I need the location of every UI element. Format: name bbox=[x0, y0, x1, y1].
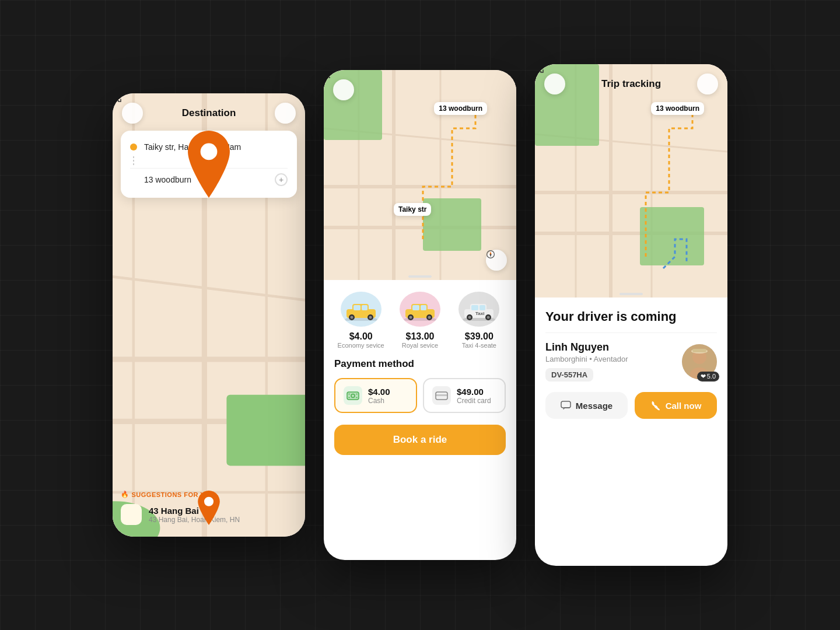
svg-rect-47 bbox=[480, 305, 485, 310]
expand-button-1[interactable] bbox=[275, 103, 296, 124]
svg-point-11 bbox=[204, 497, 214, 506]
map-area-2: 13 woodburn Taiky str bbox=[324, 70, 516, 280]
phone-2: 13 woodburn Taiky str bbox=[324, 70, 516, 560]
svg-point-31 bbox=[350, 316, 353, 319]
back-button-1[interactable] bbox=[122, 103, 143, 124]
action-buttons: Message Call now bbox=[545, 392, 717, 419]
ride-option-royal[interactable]: $13.00 Royal sevice bbox=[393, 292, 446, 349]
phone-3: Trip tracking 13 woodburn bbox=[535, 64, 727, 566]
svg-line-5 bbox=[113, 271, 305, 306]
location-card: Taiky str, Ha Noi, Viet Nam 13 woodburn … bbox=[121, 131, 297, 198]
driver-section: Your driver is coming Linh Nguyen Lambor… bbox=[535, 298, 727, 433]
pay-option-cash[interactable]: $4.00 Cash bbox=[334, 378, 417, 413]
driver-coming-title: Your driver is coming bbox=[545, 309, 717, 324]
driver-details: Linh Nguyen Lamborghini • Aventador DV-5… bbox=[545, 341, 628, 382]
svg-rect-38 bbox=[421, 305, 426, 310]
back-button-2[interactable] bbox=[333, 79, 354, 100]
bottom-sheet-2: $4.00 Economy sevice bbox=[324, 280, 516, 467]
svg-point-51 bbox=[487, 316, 490, 319]
svg-rect-57 bbox=[436, 394, 447, 396]
svg-point-49 bbox=[468, 316, 471, 319]
plate-number: DV-557HA bbox=[545, 368, 593, 382]
svg-rect-7 bbox=[226, 395, 305, 466]
map-label-to-3: 13 woodburn bbox=[651, 102, 704, 115]
expand-button-3[interactable] bbox=[697, 74, 718, 94]
driver-name: Linh Nguyen bbox=[545, 341, 628, 354]
cash-icon bbox=[344, 386, 362, 405]
driver-car: Lamborghini • Aventador bbox=[545, 355, 628, 363]
suggestion-icon bbox=[121, 504, 142, 525]
ride-option-economy[interactable]: $4.00 Economy sevice bbox=[334, 292, 387, 349]
royal-img bbox=[400, 292, 440, 327]
cash-info: $4.00 Cash bbox=[368, 387, 390, 405]
to-dot bbox=[130, 176, 137, 183]
map-area-3: Trip tracking 13 woodburn bbox=[535, 64, 727, 298]
sheet-handle-3 bbox=[620, 293, 643, 295]
sheet-handle-2 bbox=[408, 275, 432, 278]
compass-btn[interactable] bbox=[486, 250, 507, 271]
card-icon bbox=[432, 386, 451, 405]
taxi-img: Taxi bbox=[459, 292, 499, 327]
svg-point-9 bbox=[201, 144, 218, 160]
to-row[interactable]: 13 woodburn + bbox=[130, 170, 288, 190]
svg-point-42 bbox=[428, 316, 430, 319]
message-label: Message bbox=[576, 401, 612, 411]
svg-rect-28 bbox=[354, 305, 360, 310]
suggestion-item[interactable]: 43 Hang Bai 43 Hang Bai, Hoan Kiem, HN bbox=[121, 504, 297, 525]
back-button-3[interactable] bbox=[544, 74, 565, 94]
rating-badge: ❤ 5.0 bbox=[697, 372, 719, 382]
svg-rect-29 bbox=[362, 305, 368, 310]
map-label-from-2: Taiky str bbox=[394, 203, 431, 216]
svg-rect-84 bbox=[561, 401, 570, 408]
card-info: $49.00 Credit card bbox=[457, 387, 491, 405]
header-title-1: Destination bbox=[182, 107, 236, 119]
svg-rect-53 bbox=[347, 392, 359, 400]
call-now-button[interactable]: Call now bbox=[635, 392, 717, 419]
svg-rect-46 bbox=[471, 305, 478, 310]
svg-point-40 bbox=[409, 316, 412, 319]
header-title-3: Trip tracking bbox=[601, 78, 661, 90]
map-area-1: Destination Taiky str, Ha Noi, Viet Nam bbox=[113, 93, 305, 537]
book-ride-button[interactable]: Book a ride bbox=[334, 425, 506, 455]
driver-avatar: ❤ 5.0 bbox=[682, 344, 717, 379]
svg-point-33 bbox=[369, 316, 372, 319]
header-bar-2 bbox=[324, 70, 516, 110]
economy-img bbox=[341, 292, 382, 327]
svg-text:Taxi: Taxi bbox=[475, 311, 484, 316]
call-label: Call now bbox=[666, 401, 702, 411]
svg-rect-83 bbox=[692, 349, 706, 352]
pay-option-credit[interactable]: $49.00 Credit card bbox=[423, 378, 506, 413]
ride-options: $4.00 Economy sevice bbox=[334, 292, 506, 349]
suggestions-section: 🔥 SUGGESTIONS FOR YOU 43 Hang Bai 43 Han… bbox=[121, 491, 297, 525]
payment-options: $4.00 Cash $49.00 Credit card bbox=[334, 378, 506, 413]
ride-option-taxi[interactable]: Taxi $39.00 Taxi 4-seate bbox=[453, 292, 506, 349]
divider bbox=[545, 332, 717, 333]
message-button[interactable]: Message bbox=[545, 392, 628, 419]
header-bar-3: Trip tracking bbox=[535, 64, 727, 104]
driver-info: Linh Nguyen Lamborghini • Aventador DV-5… bbox=[545, 341, 717, 382]
header-bar-1: Destination bbox=[113, 93, 305, 133]
phone-1: Destination Taiky str, Ha Noi, Viet Nam bbox=[113, 93, 305, 537]
svg-rect-37 bbox=[412, 305, 419, 310]
payment-title: Payment method bbox=[334, 358, 506, 370]
